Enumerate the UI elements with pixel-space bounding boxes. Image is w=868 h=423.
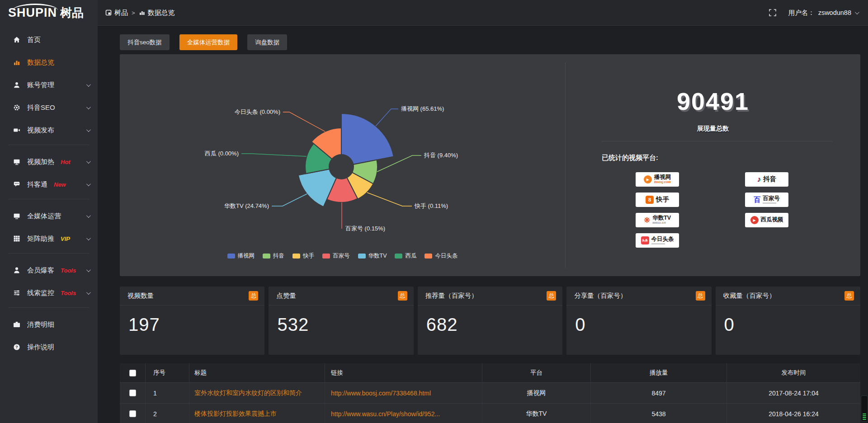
username: zswodun88 — [818, 9, 851, 16]
platforms-title: 已统计的视频平台: — [602, 154, 658, 162]
sidebar-item-douyin-seo[interactable]: 抖音SEO — [0, 96, 98, 119]
video-title-link[interactable]: 室外水纹灯和室内水纹灯的区别和简介 — [194, 389, 302, 397]
stat-card-label: 视频数量 — [127, 291, 154, 300]
legend-swatch — [395, 254, 402, 258]
sidebar-divider — [8, 199, 90, 199]
pie-label: 今日头条 (0.00%) — [235, 108, 280, 115]
tools-badge: Tools — [61, 290, 76, 296]
impressions-total-label: 展现量总数 — [566, 125, 860, 133]
pie-leader-line — [376, 109, 398, 126]
pie-label: 华数TV (24.74%) — [224, 202, 269, 209]
pie-leader-line — [241, 154, 307, 156]
pie-leader-line — [367, 193, 412, 206]
video-url-link[interactable]: http://www.wasu.cn/Play/show/id/952... — [331, 410, 440, 418]
xigua-play-icon: ▶ — [750, 216, 759, 224]
legend-label: 今日头条 — [435, 252, 458, 260]
legend-item-华数TV[interactable]: 华数TV — [358, 252, 387, 260]
col-header-title: 标题 — [189, 363, 325, 382]
bar-chart-icon — [139, 9, 145, 16]
sidebar-item-member-leads[interactable]: 会员爆客 Tools — [0, 259, 98, 282]
new-badge: New — [54, 181, 66, 188]
cell-publish-time: 2018-04-26 16:24 — [727, 404, 860, 423]
col-header-plays: 播放量 — [591, 363, 727, 382]
pie-hole — [329, 154, 354, 179]
col-header-index: 序号 — [146, 363, 189, 382]
legend-swatch — [263, 254, 270, 258]
sidebar-item-label: 矩阵助推 — [27, 235, 54, 243]
monitor-icon — [13, 212, 20, 220]
breadcrumb-root[interactable]: 树品 — [105, 9, 128, 17]
legend-item-今日头条[interactable]: 今日头条 — [425, 252, 458, 260]
pie-label: 抖音 (9.40%) — [424, 152, 458, 159]
display-icon — [13, 158, 20, 165]
col-header-link: 链接 — [325, 363, 482, 382]
tab-inquiry-data[interactable]: 询盘数据 — [247, 34, 287, 50]
cell-index: 1 — [146, 383, 189, 403]
stat-card-value: 0 — [566, 306, 711, 335]
sidebar-divider — [8, 307, 90, 308]
row-checkbox[interactable] — [129, 390, 136, 396]
legend-item-播视网[interactable]: 播视网 — [227, 252, 255, 260]
breadcrumb-current[interactable]: 数据总览 — [139, 9, 175, 17]
video-url-link[interactable]: http://www.boosj.com/7338468.html — [331, 390, 431, 397]
user-prefix-label: 用户名： — [788, 9, 815, 17]
legend-item-抖音[interactable]: 抖音 — [263, 252, 284, 260]
sidebar-item-label: 抖音SEO — [27, 103, 55, 112]
chevron-down-icon — [86, 159, 91, 164]
platform-badge-boosj: ▶ 播视网boosj.com — [636, 172, 679, 187]
cell-plays: 8497 — [591, 383, 727, 403]
grid-icon — [13, 235, 20, 242]
legend-swatch — [227, 254, 235, 258]
videos-table: 序号 标题 链接 平台 播放量 发布时间 1 室外水纹灯和室内水纹灯的区别和简介… — [120, 363, 860, 423]
total-badge[interactable]: 总 — [844, 291, 854, 301]
sidebar-item-video-heat[interactable]: 视频加热 Hot — [0, 150, 98, 173]
stat-cards-row: 视频数量总 197 点赞量总 532 推荐量（百家号）总 682 分享量（百家号… — [120, 287, 860, 355]
platform-badge-wasu: ❋ 华数TVwasu.cn — [636, 213, 679, 227]
select-all-checkbox[interactable] — [129, 370, 136, 376]
hot-badge: Hot — [61, 159, 71, 165]
tab-omnimedia-data[interactable]: 全媒体运营数据 — [179, 34, 238, 50]
sidebar-item-data-overview[interactable]: 数据总览 — [0, 51, 98, 74]
sidebar-item-help[interactable]: ? 操作说明 — [0, 336, 98, 358]
sidebar-item-matrix-boost[interactable]: 矩阵助推 VIP — [0, 227, 98, 250]
legend-item-快手[interactable]: 快手 — [292, 252, 314, 260]
fullscreen-button[interactable] — [769, 9, 777, 17]
sidebar-item-label: 视频发布 — [27, 126, 54, 135]
sidebar-item-label: 首页 — [27, 36, 41, 44]
bar-chart-icon — [13, 59, 20, 66]
legend-label: 快手 — [303, 252, 314, 260]
col-header-platform: 平台 — [482, 363, 591, 382]
stat-card-label: 收藏量（百家号） — [723, 291, 776, 300]
total-badge[interactable]: 总 — [398, 291, 407, 301]
logo[interactable]: SHUPIN 树品 — [0, 0, 98, 25]
sidebar-item-clue-monitor[interactable]: 线索监控 Tools — [0, 282, 98, 304]
sidebar-item-video-publish[interactable]: 视频发布 — [0, 119, 98, 141]
platform-badge-douyin: ♪ 抖音 — [745, 172, 788, 187]
stat-card-recommends: 推荐量（百家号）总 682 — [418, 287, 562, 355]
rose-pie-chart: 播视网 (65.61%)抖音 (9.40%)快手 (0.11%)百家号 (0.1… — [120, 54, 565, 276]
legend-item-百家号[interactable]: 百家号 — [322, 252, 350, 260]
platform-share-chart: 播视网 (65.61%)抖音 (9.40%)快手 (0.11%)百家号 (0.1… — [120, 54, 565, 276]
user-menu[interactable]: 用户名： zswodun88 — [788, 9, 858, 17]
app-square-icon — [105, 9, 112, 16]
total-badge[interactable]: 总 — [249, 291, 258, 301]
sidebar-item-omnimedia[interactable]: 全媒体运营 — [0, 205, 98, 227]
total-badge[interactable]: 总 — [696, 291, 705, 301]
sidebar-item-spend-details[interactable]: 消费明细 — [0, 313, 98, 336]
table-row: 2 楼体投影灯投影效果震撼上市 http://www.wasu.cn/Play/… — [120, 403, 860, 423]
total-badge[interactable]: 总 — [547, 291, 556, 301]
platform-subtext: boosj.com — [654, 180, 671, 184]
platform-name: 百家号 — [763, 196, 780, 204]
tab-douyin-seo-data[interactable]: 抖音seo数据 — [120, 34, 170, 50]
performance-monitor-widget[interactable] — [861, 395, 868, 422]
legend-item-西瓜[interactable]: 西瓜 — [395, 252, 416, 260]
sidebar-item-home[interactable]: 首页 — [0, 28, 98, 51]
sidebar-item-account-mgmt[interactable]: 账号管理 — [0, 74, 98, 96]
pie-label: 西瓜 (0.00%) — [205, 150, 239, 157]
sidebar-item-doketong[interactable]: 抖客通 New — [0, 173, 98, 196]
row-checkbox[interactable] — [129, 410, 136, 417]
sidebar-item-label: 操作说明 — [27, 343, 54, 352]
video-title-link[interactable]: 楼体投影灯投影效果震撼上市 — [194, 410, 277, 418]
breadcrumb-root-label: 树品 — [114, 9, 128, 17]
sidebar-item-label: 会员爆客 — [27, 266, 54, 275]
